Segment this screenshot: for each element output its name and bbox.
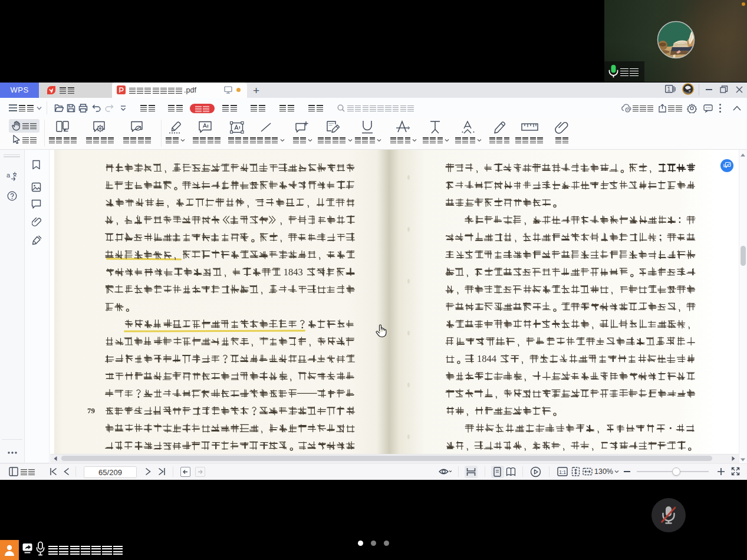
svg-text:1843: 1843 [284,266,303,278]
svg-text:79: 79 [87,406,96,415]
svg-text:1844: 1844 [477,353,496,364]
svg-text:1:1: 1:1 [559,469,566,475]
